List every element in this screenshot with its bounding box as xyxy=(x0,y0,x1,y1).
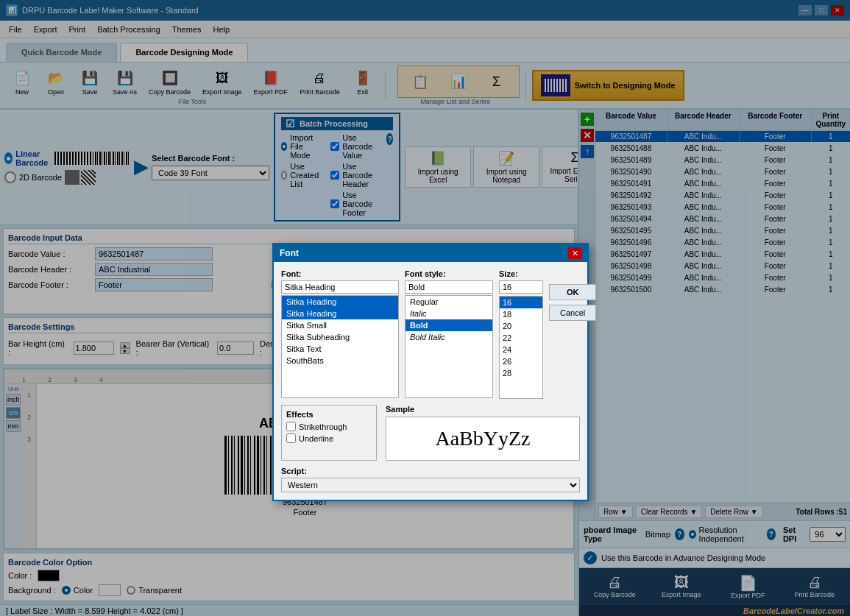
font-col-label: Font: xyxy=(281,269,399,278)
style-list[interactable]: Regular Italic Bold Bold Italic xyxy=(405,295,493,398)
sample-box: AaBbYyZz xyxy=(386,417,580,461)
dialog-close-btn[interactable]: ✕ xyxy=(568,247,581,259)
font-list-item[interactable]: Sitka Heading xyxy=(282,308,398,319)
font-dialog: Font ✕ Font: Sitka Heading Sitka Heading… xyxy=(272,243,589,501)
dialog-cancel-btn[interactable]: Cancel xyxy=(549,305,596,321)
size-24[interactable]: 24 xyxy=(500,344,542,355)
font-list-item[interactable]: Sitka Small xyxy=(282,319,398,331)
underline-label: Underline xyxy=(299,434,333,443)
size-22[interactable]: 22 xyxy=(500,332,542,344)
dialog-title: Font xyxy=(280,248,299,258)
style-col: Font style: Regular Italic Bold Bold Ita… xyxy=(405,269,493,399)
dialog-main-row: Font: Sitka Heading Sitka Heading Sitka … xyxy=(281,269,580,399)
script-row: Script: Western xyxy=(281,467,580,492)
font-list-item[interactable]: SouthBats xyxy=(282,355,398,367)
strikethrough-label: Strikethrough xyxy=(299,422,347,431)
size-28[interactable]: 28 xyxy=(500,367,542,379)
dialog-btn-col: OK Cancel xyxy=(549,269,596,399)
underline-row: Underline xyxy=(286,433,372,443)
sample-label: Sample xyxy=(386,405,580,414)
font-style-input[interactable] xyxy=(405,280,493,294)
size-col: Size: 16 18 20 22 24 26 28 xyxy=(499,269,543,399)
dialog-titlebar: Font ✕ xyxy=(274,244,587,262)
style-italic[interactable]: Italic xyxy=(405,308,492,319)
dialog-ok-btn[interactable]: OK xyxy=(549,284,596,300)
sample-text: AaBbYyZz xyxy=(435,427,530,450)
dialog-body: Font: Sitka Heading Sitka Heading Sitka … xyxy=(274,262,587,500)
font-list-item[interactable]: Sitka Heading xyxy=(282,296,398,308)
strikethrough-row: Strikethrough xyxy=(286,422,372,431)
size-16[interactable]: 16 xyxy=(500,297,542,308)
size-18[interactable]: 18 xyxy=(500,308,542,320)
style-col-label: Font style: xyxy=(405,269,493,278)
style-bold[interactable]: Bold xyxy=(405,319,492,331)
effects-label: Effects xyxy=(286,410,372,419)
script-select[interactable]: Western xyxy=(281,478,580,492)
effects-sample-row: Effects Strikethrough Underline Sample A… xyxy=(281,405,580,461)
size-26[interactable]: 26 xyxy=(500,355,542,367)
font-col: Font: Sitka Heading Sitka Heading Sitka … xyxy=(281,269,399,399)
font-list-item[interactable]: Sitka Subheading xyxy=(282,331,398,343)
sample-col: Sample AaBbYyZz xyxy=(386,405,580,461)
strikethrough-check[interactable] xyxy=(286,422,296,431)
size-input-field[interactable] xyxy=(499,280,543,294)
dialog-overlay: Font ✕ Font: Sitka Heading Sitka Heading… xyxy=(0,0,850,616)
font-name-input[interactable] xyxy=(281,280,399,294)
script-label: Script: xyxy=(281,467,580,475)
style-bold-italic[interactable]: Bold Italic xyxy=(405,331,492,343)
font-list[interactable]: Sitka Heading Sitka Heading Sitka Small … xyxy=(281,295,399,398)
font-list-item[interactable]: Sitka Text xyxy=(282,343,398,355)
effects-box: Effects Strikethrough Underline xyxy=(281,405,377,461)
size-20[interactable]: 20 xyxy=(500,320,542,332)
underline-check[interactable] xyxy=(286,433,296,443)
size-list[interactable]: 16 18 20 22 24 26 28 xyxy=(499,296,543,399)
style-regular[interactable]: Regular xyxy=(405,296,492,308)
size-col-label: Size: xyxy=(499,269,543,278)
